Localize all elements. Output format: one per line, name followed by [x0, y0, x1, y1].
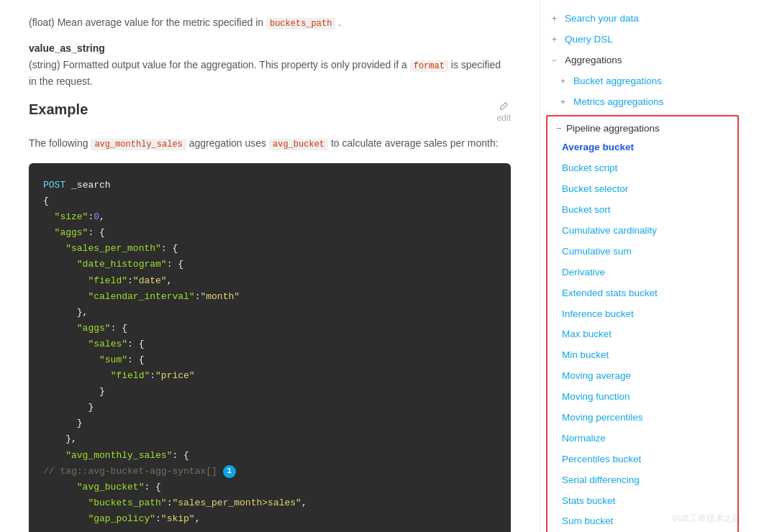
sidebar-item-search[interactable]: + Search your data	[540, 9, 745, 29]
avg-monthly-inline: avg_monthly_sales	[91, 139, 186, 150]
sidebar-item-pipeline-percentiles-bucket[interactable]: Percentiles bucket	[547, 449, 737, 470]
value-as-string-label: value_as_string	[29, 42, 511, 54]
minus-icon-2: −	[556, 123, 562, 134]
example-title: Example	[29, 101, 88, 118]
sidebar-item-pipeline-normalize[interactable]: Normalize	[547, 428, 737, 449]
plus-icon-2: +	[552, 34, 560, 46]
sidebar-item-query-dsl[interactable]: + Query DSL	[540, 29, 745, 50]
sidebar-item-pipeline-cumulative-cardinality[interactable]: Cumulative cardinality	[547, 221, 737, 242]
sidebar-item-pipeline-bucket-script[interactable]: Bucket script	[547, 158, 737, 179]
sidebar-item-pipeline-inference-bucket[interactable]: Inference bucket	[547, 304, 737, 325]
sidebar-item-metrics-agg[interactable]: + Metrics aggregations	[540, 92, 745, 113]
sidebar-item-pipeline-serial-differencing[interactable]: Serial differencing	[547, 470, 737, 491]
buckets-path-inline: buckets_path	[266, 18, 335, 29]
pipeline-aggregations-box: − Pipeline aggregations Average bucketBu…	[546, 115, 739, 532]
sidebar-item-pipeline-derivative[interactable]: Derivative	[547, 262, 737, 283]
top-description: (float) Mean average value for the metri…	[29, 14, 511, 31]
main-content: (float) Mean average value for the metri…	[0, 0, 540, 532]
sidebar-item-bucket-agg[interactable]: + Bucket aggregations	[540, 71, 745, 92]
sidebar-item-pipeline-bucket-selector[interactable]: Bucket selector	[547, 179, 737, 200]
sidebar-item-pipeline-min-bucket[interactable]: Min bucket	[547, 345, 737, 366]
sidebar-aggregations[interactable]: − Aggregations	[540, 50, 745, 71]
sidebar: + Search your data + Query DSL − Aggrega…	[540, 0, 745, 532]
vas-type-text: (string) Formatted output value for the …	[29, 59, 407, 70]
format-inline: format	[410, 60, 448, 72]
plus-icon-3: +	[560, 75, 569, 88]
code-block: POST _search { "size": 0, "aggs": { "sal…	[29, 163, 511, 532]
sidebar-item-pipeline-average-bucket[interactable]: Average bucket	[547, 137, 737, 158]
edit-button[interactable]: edit	[497, 101, 511, 123]
example-description: The following avg_monthly_sales aggregat…	[29, 135, 511, 152]
value-as-string-desc: (string) Formatted output value for the …	[29, 57, 511, 90]
minus-icon: −	[552, 55, 560, 67]
top-period: .	[338, 17, 341, 28]
sidebar-item-pipeline-moving-function[interactable]: Moving function	[547, 387, 737, 408]
avg-bucket-inline: avg_bucket	[269, 139, 328, 150]
sidebar-item-pipeline-moving-average[interactable]: Moving average	[547, 366, 737, 387]
plus-icon: +	[552, 13, 560, 25]
code-line-post: POST _search	[43, 178, 496, 193]
sidebar-item-pipeline-moving-percentiles[interactable]: Moving percentiles	[547, 408, 737, 428]
sidebar-item-pipeline-cumulative-sum[interactable]: Cumulative sum	[547, 242, 737, 262]
top-desc-text: (float) Mean average value for the metri…	[29, 17, 263, 28]
plus-icon-4: +	[560, 96, 569, 109]
sidebar-item-pipeline-bucket-sort[interactable]: Bucket sort	[547, 200, 737, 221]
sidebar-item-pipeline-agg[interactable]: − Pipeline aggregations	[547, 119, 737, 137]
sidebar-item-pipeline-max-bucket[interactable]: Max bucket	[547, 324, 737, 345]
sidebar-item-pipeline-stats-bucket[interactable]: Stats bucket	[547, 491, 737, 512]
syntax-badge: 1	[223, 465, 236, 478]
sidebar-item-pipeline-sum-bucket[interactable]: Sum bucket	[547, 511, 737, 532]
sidebar-item-pipeline-extended-stats-bucket[interactable]: Extended stats bucket	[547, 283, 737, 304]
pipeline-items-list: Average bucketBucket scriptBucket select…	[547, 137, 737, 532]
